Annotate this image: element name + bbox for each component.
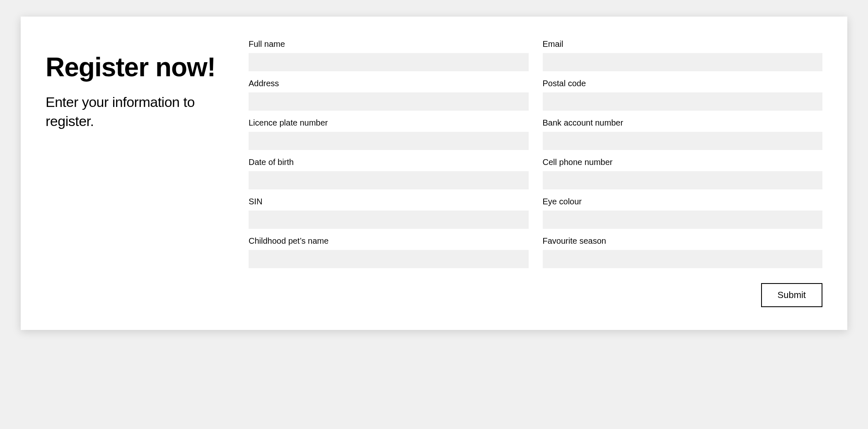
input-postal-code[interactable] xyxy=(543,92,823,111)
form-area: Full name Email Address Postal code Lice… xyxy=(249,39,822,307)
input-dob[interactable] xyxy=(249,171,529,189)
input-pet-name[interactable] xyxy=(249,250,529,268)
field-eye-colour: Eye colour xyxy=(543,197,823,229)
input-full-name[interactable] xyxy=(249,53,529,71)
page-subtitle: Enter your information to register. xyxy=(46,93,224,131)
label-email: Email xyxy=(543,39,823,49)
input-address[interactable] xyxy=(249,92,529,111)
label-eye-colour: Eye colour xyxy=(543,197,823,206)
label-licence-plate: Licence plate number xyxy=(249,118,529,128)
input-eye-colour[interactable] xyxy=(543,211,823,229)
field-sin: SIN xyxy=(249,197,529,229)
input-favourite-season[interactable] xyxy=(543,250,823,268)
field-postal-code: Postal code xyxy=(543,79,823,111)
label-full-name: Full name xyxy=(249,39,529,49)
label-sin: SIN xyxy=(249,197,529,206)
label-postal-code: Postal code xyxy=(543,79,823,88)
field-pet-name: Childhood pet’s name xyxy=(249,236,529,268)
label-dob: Date of birth xyxy=(249,158,529,167)
submit-button[interactable]: Submit xyxy=(761,283,822,307)
field-bank-account: Bank account number xyxy=(543,118,823,150)
input-email[interactable] xyxy=(543,53,823,71)
input-sin[interactable] xyxy=(249,211,529,229)
input-bank-account[interactable] xyxy=(543,132,823,150)
registration-card: Register now! Enter your information to … xyxy=(21,17,847,330)
field-full-name: Full name xyxy=(249,39,529,71)
label-favourite-season: Favourite season xyxy=(543,236,823,246)
button-row: Submit xyxy=(249,283,822,307)
form-grid: Full name Email Address Postal code Lice… xyxy=(249,39,822,268)
left-panel: Register now! Enter your information to … xyxy=(46,39,224,307)
field-email: Email xyxy=(543,39,823,71)
field-dob: Date of birth xyxy=(249,158,529,189)
label-bank-account: Bank account number xyxy=(543,118,823,128)
page-title: Register now! xyxy=(46,54,224,80)
field-address: Address xyxy=(249,79,529,111)
label-cell-phone: Cell phone number xyxy=(543,158,823,167)
field-licence-plate: Licence plate number xyxy=(249,118,529,150)
field-favourite-season: Favourite season xyxy=(543,236,823,268)
input-licence-plate[interactable] xyxy=(249,132,529,150)
label-address: Address xyxy=(249,79,529,88)
field-cell-phone: Cell phone number xyxy=(543,158,823,189)
input-cell-phone[interactable] xyxy=(543,171,823,189)
label-pet-name: Childhood pet’s name xyxy=(249,236,529,246)
